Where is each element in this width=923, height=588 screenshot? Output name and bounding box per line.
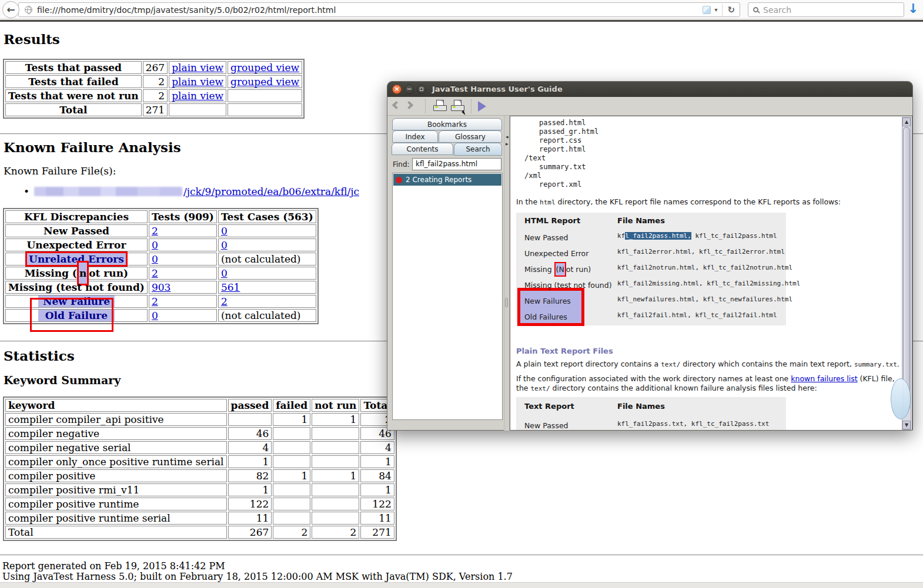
plain-view-link[interactable]: plain view: [172, 90, 223, 102]
row-label: Tests that passed: [5, 61, 142, 74]
kfl-discrepancies-table: KFL Discrepancies Tests (909) Test Cases…: [3, 208, 319, 324]
column-header: File Names: [617, 402, 665, 411]
plain-view-link[interactable]: plain view: [172, 62, 223, 73]
table-row: compiler negative4646: [5, 427, 394, 440]
highlighted-label: New Failure: [38, 295, 115, 307]
plain-view-link[interactable]: plain view: [172, 76, 223, 88]
table-row: Missing (not run) 2 0: [5, 267, 316, 280]
search-results-list[interactable]: 2 Creating Reports: [392, 173, 503, 420]
tests-count-link[interactable]: 2: [152, 267, 158, 279]
not-calculated-cell: (not calculated): [218, 253, 316, 266]
reload-icon[interactable]: ↻: [722, 4, 737, 16]
footer-generated: Report generated on Feb 19, 2015 8:41:42…: [2, 560, 225, 572]
row-label: Tests that failed: [5, 75, 142, 88]
table-row: Total 271: [5, 103, 302, 116]
cases-count-link[interactable]: 2: [221, 295, 228, 307]
back-button[interactable]: ←: [2, 1, 19, 18]
not-calculated-cell: (not calculated): [218, 309, 316, 322]
run-icon[interactable]: [478, 101, 486, 112]
kfa-heading: Known Failure Analysis: [4, 139, 181, 155]
nav-back-icon[interactable]: [392, 101, 400, 109]
tests-count-link[interactable]: 903: [152, 281, 170, 293]
kfl-file-link[interactable]: /jck/9/promoted/ea/b06/extra/kfl/jc: [183, 186, 359, 197]
row-count: 2: [143, 75, 168, 88]
scroll-down-icon[interactable]: ▼: [902, 421, 911, 429]
table-row: compiler negative serial44: [5, 441, 394, 454]
cases-count-link[interactable]: 0: [221, 267, 228, 279]
tests-count-link[interactable]: 0: [152, 253, 158, 265]
highlighted-label: Old Failure: [38, 310, 115, 321]
minimize-button[interactable]: −: [404, 85, 414, 94]
table-row: compiler positive runtime122122: [5, 498, 394, 510]
table-row: Missing (Not run) kfl_fail2notrun.html, …: [524, 263, 781, 274]
overlay-scrollbar-bubble[interactable]: [891, 378, 911, 419]
table-row: compiler positive rmi_v1111: [5, 483, 394, 496]
toolbar-divider: [0, 20, 923, 22]
grouped-view-link[interactable]: grouped view: [230, 62, 299, 73]
bookmark-cube-icon[interactable]: [703, 6, 711, 14]
pane-splitter[interactable]: ◀ ▶: [504, 116, 510, 431]
close-button[interactable]: ×: [392, 85, 402, 94]
html-report-table: HTML Report File Names New Passed kfl_fa…: [516, 213, 786, 325]
listing-line: report.html: [539, 145, 586, 154]
text-report-table: Text Report File Names New Passed kfl_fa…: [516, 397, 786, 431]
url-bar[interactable]: file:///home/dmitry/doc/tmp/javatest/san…: [18, 2, 740, 17]
tab-bookmarks[interactable]: Bookmarks: [392, 118, 502, 130]
listing-line: report.css: [539, 136, 581, 145]
table-row: New Failure 2 2: [5, 295, 316, 308]
intro-sentence: In the html directory, the KFL report fi…: [516, 197, 841, 206]
tests-count-link[interactable]: 0: [152, 239, 158, 251]
cases-count-link[interactable]: 0: [221, 225, 228, 237]
tab-contents[interactable]: Contents: [392, 143, 453, 155]
url-text: file:///home/dmitry/doc/tmp/javatest/san…: [37, 5, 703, 15]
row-label: Missing (test not found): [5, 281, 148, 294]
dropdown-caret-icon[interactable]: ▾: [714, 6, 717, 13]
download-icon[interactable]: ↓: [908, 1, 918, 16]
nav-forward-icon[interactable]: [405, 101, 413, 109]
table-header-row: keyword passed failed not run Total: [5, 399, 394, 412]
known-failures-list-link[interactable]: known failures list: [791, 374, 857, 383]
tests-count-link[interactable]: 0: [152, 310, 158, 321]
scrollbar-thumb[interactable]: [903, 127, 910, 411]
bullet-icon: •: [24, 186, 29, 197]
search-result-item[interactable]: 2 Creating Reports: [393, 174, 501, 186]
tests-count-link[interactable]: 2: [152, 295, 158, 307]
redacted-text-blob: [34, 187, 182, 196]
listing-line: /xml: [524, 172, 541, 180]
print-setup-icon[interactable]: [451, 100, 465, 112]
column-header: keyword: [5, 399, 227, 412]
search-box[interactable]: Search: [748, 2, 904, 17]
collapse-left-icon[interactable]: ◀: [506, 135, 509, 139]
kfa-files-label: Known Failure File(s):: [4, 165, 116, 177]
table-row: Tests that passed 267 plain view grouped…: [5, 61, 302, 74]
plain-text-heading: Plain Text Report Files: [516, 347, 613, 355]
grouped-view-link[interactable]: grouped view: [230, 76, 299, 88]
table-row: Old Failures kfl_fail2fail.html, kfl_tc_…: [524, 311, 781, 322]
collapse-right-icon[interactable]: ▶: [506, 142, 509, 146]
plain-text-para1: A plain text report directory contains a…: [516, 359, 899, 368]
help-window: × − JavaTest Harness User's Guide Bookma…: [387, 81, 913, 431]
tests-count-link[interactable]: 2: [152, 225, 158, 237]
column-header: Test Cases (563): [218, 210, 316, 223]
row-label: ot run): [89, 267, 128, 279]
maximize-button[interactable]: [417, 85, 426, 94]
listing-line: /text: [524, 154, 546, 163]
cases-count-link[interactable]: 561: [221, 281, 240, 293]
splitter-grip[interactable]: [505, 298, 508, 307]
tab-search[interactable]: Search: [454, 143, 502, 156]
keyword-summary-table: keyword passed failed not run Total comp…: [3, 397, 397, 541]
globe-icon: [25, 6, 32, 14]
scroll-up-icon[interactable]: ▲: [902, 117, 911, 126]
row-label: Missing (: [25, 267, 77, 279]
highlighted-letters: (N: [554, 262, 566, 277]
row-count: 271: [143, 103, 168, 116]
window-titlebar[interactable]: × − JavaTest Harness User's Guide: [387, 82, 912, 97]
listing-line: summary.txt: [539, 163, 586, 172]
print-icon[interactable]: [433, 100, 447, 112]
find-input[interactable]: kfl_fail2pass.html: [412, 158, 501, 170]
cases-count-link[interactable]: 0: [221, 239, 228, 251]
tab-glossary[interactable]: Glossary: [439, 130, 502, 143]
tab-index[interactable]: Index: [392, 130, 438, 143]
table-row: New Passed 2 0: [5, 224, 316, 237]
bottom-strip: [0, 582, 923, 588]
